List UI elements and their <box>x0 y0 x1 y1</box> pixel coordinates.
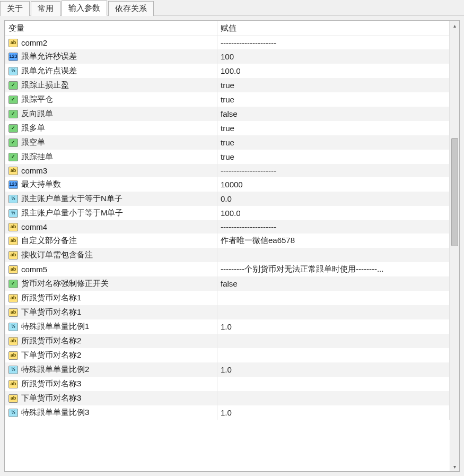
value-cell[interactable]: true <box>217 78 450 92</box>
variable-name: 下单货币对名称1 <box>21 307 81 317</box>
value-cell[interactable] <box>217 377 450 391</box>
value-cell[interactable]: true <box>217 92 450 107</box>
value-cell[interactable]: 1.0 <box>217 405 450 420</box>
variable-cell[interactable]: ✓跟空单 <box>5 135 217 150</box>
tab-1[interactable]: 常用 <box>31 1 60 16</box>
variable-cell[interactable]: abcomm2 <box>5 36 217 50</box>
value-cell[interactable] <box>217 348 450 362</box>
variable-cell[interactable]: ✓跟踪平仓 <box>5 92 217 107</box>
variable-cell[interactable]: ✓反向跟单 <box>5 107 217 121</box>
table-row[interactable]: ½跟主账户单量大于等于N单子0.0 <box>5 192 450 206</box>
table-row[interactable]: ab所跟货币对名称3 <box>5 377 450 391</box>
variable-cell[interactable]: ab所跟货币对名称3 <box>5 377 217 391</box>
variable-cell[interactable]: ab所跟货币对名称2 <box>5 334 217 348</box>
variable-cell[interactable]: ab下单货币对名称2 <box>5 348 217 362</box>
value-cell[interactable]: 作者唯一微信ea6578 <box>217 233 450 248</box>
variable-cell[interactable]: ab所跟货币对名称1 <box>5 291 217 305</box>
table-row[interactable]: ✓跟踪止损止盈true <box>5 78 450 92</box>
value-cell[interactable]: true <box>217 150 450 164</box>
variable-cell[interactable]: ½跟主账户单量小于等于M单子 <box>5 206 217 220</box>
variable-cell[interactable]: ½特殊跟单单量比例1 <box>5 319 217 334</box>
value-cell[interactable]: 10000 <box>217 177 450 192</box>
table-row[interactable]: ab下单货币对名称1 <box>5 305 450 319</box>
type-bool-icon: ✓ <box>8 139 18 147</box>
variable-cell[interactable]: ab接收订单需包含备注 <box>5 248 217 262</box>
value-cell[interactable] <box>217 391 450 405</box>
value-cell[interactable]: false <box>217 276 450 291</box>
table-row[interactable]: ✓跟空单true <box>5 135 450 150</box>
type-string-icon: ab <box>8 351 18 360</box>
table-row[interactable]: 123跟单允许秒误差100 <box>5 49 450 64</box>
variable-cell[interactable]: ✓跟多单 <box>5 121 217 135</box>
variable-cell[interactable]: 123跟单允许秒误差 <box>5 49 217 64</box>
table-row[interactable]: ab所跟货币对名称2 <box>5 334 450 348</box>
variable-cell[interactable]: ½特殊跟单单量比例2 <box>5 362 217 377</box>
scroll-up-arrow-icon[interactable]: ▴ <box>450 21 459 30</box>
value-cell[interactable]: 0.0 <box>217 192 450 206</box>
table-row[interactable]: ab下单货币对名称3 <box>5 391 450 405</box>
parameters-grid-wrap[interactable]: 变量 赋值 abcomm2---------------------123跟单允… <box>5 21 450 471</box>
variable-name: 特殊跟单单量比例3 <box>21 408 89 418</box>
table-row[interactable]: 123最大持单数10000 <box>5 177 450 192</box>
variable-cell[interactable]: abcomm4 <box>5 220 217 233</box>
table-row[interactable]: ✓跟踪挂单true <box>5 150 450 164</box>
table-row[interactable]: ab下单货币对名称2 <box>5 348 450 362</box>
table-row[interactable]: ✓货币对名称强制修正开关false <box>5 276 450 291</box>
value-cell[interactable] <box>217 334 450 348</box>
table-row[interactable]: ½特殊跟单单量比例21.0 <box>5 362 450 377</box>
variable-cell[interactable]: ½跟主账户单量大于等于N单子 <box>5 192 217 206</box>
table-row[interactable]: ab所跟货币对名称1 <box>5 291 450 305</box>
value-cell[interactable]: --------------------- <box>217 164 450 177</box>
value-cell[interactable]: --------------------- <box>217 220 450 233</box>
variable-cell[interactable]: ✓跟踪挂单 <box>5 150 217 164</box>
value-cell[interactable]: true <box>217 121 450 135</box>
variable-cell[interactable]: ✓货币对名称强制修正开关 <box>5 276 217 291</box>
value-cell[interactable]: true <box>217 135 450 150</box>
table-row[interactable]: abcomm2--------------------- <box>5 36 450 50</box>
variable-name: 跟空单 <box>21 137 45 148</box>
variable-cell[interactable]: 123最大持单数 <box>5 177 217 192</box>
value-cell[interactable]: 100 <box>217 49 450 64</box>
variable-cell[interactable]: ½特殊跟单单量比例3 <box>5 405 217 420</box>
variable-name: 特殊跟单单量比例1 <box>21 322 89 332</box>
value-cell[interactable]: 1.0 <box>217 362 450 377</box>
table-row[interactable]: ✓跟踪平仓true <box>5 92 450 107</box>
table-row[interactable]: ½跟单允许点误差100.0 <box>5 64 450 78</box>
scroll-down-arrow-icon[interactable]: ▾ <box>450 462 459 471</box>
table-row[interactable]: abcomm3--------------------- <box>5 164 450 177</box>
column-header-variable[interactable]: 变量 <box>5 21 217 36</box>
vertical-scrollbar[interactable]: ▴ ▾ <box>450 21 459 471</box>
value-cell[interactable]: 100.0 <box>217 64 450 78</box>
value-cell[interactable] <box>217 305 450 319</box>
value-cell[interactable]: ---------个别货币对无法正常跟单时使用--------... <box>217 262 450 276</box>
table-row[interactable]: ab接收订单需包含备注 <box>5 248 450 262</box>
value-cell[interactable]: 1.0 <box>217 319 450 334</box>
value-cell[interactable]: --------------------- <box>217 36 450 50</box>
tab-3[interactable]: 依存关系 <box>108 1 154 16</box>
value-cell[interactable] <box>217 291 450 305</box>
table-row[interactable]: ½跟主账户单量小于等于M单子100.0 <box>5 206 450 220</box>
tab-0[interactable]: 关于 <box>0 1 30 16</box>
value-cell[interactable]: false <box>217 107 450 121</box>
value-cell[interactable]: 100.0 <box>217 206 450 220</box>
variable-cell[interactable]: abcomm5 <box>5 262 217 276</box>
column-header-value[interactable]: 赋值 <box>217 21 450 36</box>
table-row[interactable]: ✓反向跟单false <box>5 107 450 121</box>
variable-cell[interactable]: ab自定义部分备注 <box>5 233 217 248</box>
table-row[interactable]: ½特殊跟单单量比例11.0 <box>5 319 450 334</box>
table-row[interactable]: abcomm5---------个别货币对无法正常跟单时使用--------..… <box>5 262 450 276</box>
variable-name: comm2 <box>21 38 47 47</box>
scroll-thumb[interactable] <box>451 138 458 246</box>
scroll-track[interactable] <box>450 30 459 462</box>
table-row[interactable]: ✓跟多单true <box>5 121 450 135</box>
value-cell[interactable] <box>217 248 450 262</box>
table-row[interactable]: ab自定义部分备注作者唯一微信ea6578 <box>5 233 450 248</box>
tab-2[interactable]: 输入参数 <box>62 1 107 16</box>
variable-cell[interactable]: ab下单货币对名称1 <box>5 305 217 319</box>
table-row[interactable]: ½特殊跟单单量比例31.0 <box>5 405 450 420</box>
variable-cell[interactable]: ab下单货币对名称3 <box>5 391 217 405</box>
variable-cell[interactable]: ✓跟踪止损止盈 <box>5 78 217 92</box>
table-row[interactable]: abcomm4--------------------- <box>5 220 450 233</box>
variable-cell[interactable]: abcomm3 <box>5 164 217 177</box>
variable-cell[interactable]: ½跟单允许点误差 <box>5 64 217 78</box>
